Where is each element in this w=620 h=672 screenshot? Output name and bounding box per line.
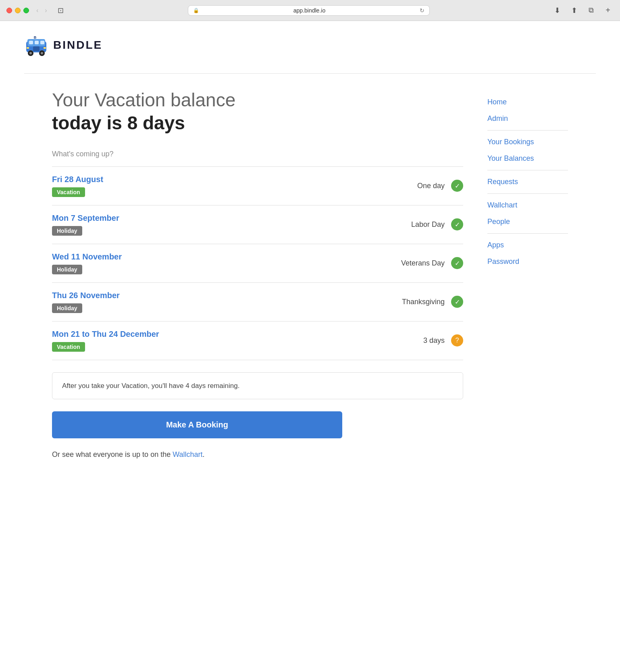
- nav-link-admin[interactable]: Admin: [487, 114, 508, 122]
- event-right: Veterans Day ✓: [401, 257, 463, 269]
- svg-rect-3: [35, 41, 39, 44]
- traffic-lights: [6, 8, 29, 13]
- download-button[interactable]: ⬇: [551, 4, 564, 17]
- nav-link-password[interactable]: Password: [487, 257, 519, 265]
- nav-link-requests[interactable]: Requests: [487, 178, 518, 186]
- logo-area: B BINDLE: [24, 33, 596, 57]
- event-description: Veterans Day: [401, 259, 445, 268]
- footer-note: After you take your Vacation, you'll hav…: [52, 372, 463, 400]
- add-tab-button[interactable]: +: [602, 6, 614, 15]
- event-item: Fri 28 August Vacation One day ✓: [52, 167, 463, 205]
- sidebar-item-wallchart[interactable]: Wallchart: [487, 197, 568, 214]
- sidebar-item-password[interactable]: Password: [487, 253, 568, 270]
- minimize-button[interactable]: [15, 8, 21, 13]
- svg-rect-11: [44, 47, 46, 49]
- balance-is: is: [106, 112, 127, 133]
- event-date: Wed 11 November: [52, 252, 122, 261]
- url-text: app.bindle.io: [202, 7, 416, 14]
- event-left: Mon 21 to Thu 24 December Vacation: [52, 330, 159, 352]
- nav-link-apps[interactable]: Apps: [487, 241, 504, 249]
- main-content: Your Vacation balance today is 8 days Wh…: [52, 90, 463, 459]
- sidebar-item-your-bookings[interactable]: Your Bookings: [487, 134, 568, 150]
- event-item: Mon 21 to Thu 24 December Vacation 3 day…: [52, 321, 463, 360]
- balance-today: today: [52, 112, 102, 133]
- status-check-icon: ✓: [451, 257, 463, 269]
- event-right: One day ✓: [417, 180, 463, 192]
- forward-button[interactable]: ›: [42, 6, 49, 15]
- event-badge-holiday: Holiday: [52, 226, 82, 236]
- event-date: Mon 21 to Thu 24 December: [52, 330, 159, 339]
- nav-divider: [487, 193, 568, 194]
- bindle-logo-icon: B: [24, 33, 48, 57]
- svg-rect-5: [33, 46, 40, 51]
- nav-divider: [487, 130, 568, 131]
- nav-divider: [487, 233, 568, 234]
- event-badge-holiday: Holiday: [52, 265, 82, 274]
- svg-rect-4: [40, 41, 44, 44]
- status-question-icon: ?: [451, 334, 463, 346]
- sidebar-item-requests[interactable]: Requests: [487, 174, 568, 190]
- maximize-button[interactable]: [23, 8, 29, 13]
- sidebar-item-home[interactable]: Home: [487, 94, 568, 110]
- sidebar-item-admin[interactable]: Admin: [487, 110, 568, 127]
- event-right: Labor Day ✓: [411, 218, 463, 230]
- page-container: Your Vacation balance today is 8 days Wh…: [28, 74, 592, 475]
- balance-heading-line1: Your Vacation balance: [52, 89, 235, 110]
- event-date: Mon 7 September: [52, 214, 119, 223]
- event-left: Thu 26 November Holiday: [52, 291, 120, 313]
- close-button[interactable]: [6, 8, 12, 13]
- event-description: One day: [417, 182, 445, 190]
- nav-link-home[interactable]: Home: [487, 98, 507, 106]
- footer-note-text: After you take your Vacation, you'll hav…: [62, 382, 239, 390]
- svg-text:B: B: [34, 35, 37, 39]
- balance-days: 8 days: [127, 112, 185, 133]
- nav-link-your-balances[interactable]: Your Balances: [487, 154, 534, 162]
- nav-divider: [487, 170, 568, 170]
- browser-chrome: ‹ › ⊡ 🔒 app.bindle.io ↻ ⬇ ⬆ ⧉ +: [0, 0, 620, 21]
- sidebar-item-apps[interactable]: Apps: [487, 237, 568, 253]
- sidebar-toggle-button[interactable]: ⊡: [54, 5, 67, 16]
- whats-coming-label: What's coming up?: [52, 150, 463, 158]
- lock-icon: 🔒: [193, 8, 199, 13]
- reload-icon[interactable]: ↻: [420, 7, 424, 14]
- event-list: Fri 28 August Vacation One day ✓ Mon 7 S…: [52, 166, 463, 360]
- event-item: Wed 11 November Holiday Veterans Day ✓: [52, 244, 463, 283]
- event-left: Wed 11 November Holiday: [52, 252, 122, 274]
- event-badge-vacation: Vacation: [52, 342, 85, 352]
- balance-subheading: today is 8 days: [52, 112, 463, 134]
- event-description: 3 days: [423, 336, 445, 345]
- wallchart-link[interactable]: Wallchart: [173, 450, 202, 458]
- sidebar-item-your-balances[interactable]: Your Balances: [487, 150, 568, 167]
- wallchart-suffix: .: [203, 450, 205, 458]
- event-description: Labor Day: [411, 220, 445, 229]
- nav-link-your-bookings[interactable]: Your Bookings: [487, 138, 534, 146]
- nav-link-people[interactable]: People: [487, 218, 510, 226]
- wallchart-prefix: Or see what everyone is up to on the: [52, 450, 173, 458]
- event-date: Fri 28 August: [52, 175, 103, 184]
- status-check-icon: ✓: [451, 218, 463, 230]
- status-check-icon: ✓: [451, 180, 463, 192]
- back-button[interactable]: ‹: [34, 6, 41, 15]
- svg-rect-2: [29, 41, 33, 44]
- svg-point-7: [29, 52, 32, 54]
- event-left: Mon 7 September Holiday: [52, 214, 119, 236]
- balance-heading: Your Vacation balance: [52, 90, 463, 110]
- svg-point-9: [41, 52, 43, 54]
- event-right: 3 days ?: [423, 334, 463, 346]
- share-button[interactable]: ⬆: [568, 4, 580, 17]
- logo-text: BINDLE: [53, 39, 102, 52]
- event-badge-holiday: Holiday: [52, 303, 82, 313]
- event-item: Mon 7 September Holiday Labor Day ✓: [52, 205, 463, 244]
- event-right: Thanksgiving ✓: [402, 296, 463, 308]
- address-bar[interactable]: 🔒 app.bindle.io ↻: [188, 5, 430, 16]
- sidebar-item-people[interactable]: People: [487, 214, 568, 230]
- sidebar-nav: Home Admin Your Bookings Your Balances R…: [487, 90, 568, 459]
- extensions-button[interactable]: ⧉: [585, 4, 597, 17]
- make-booking-button[interactable]: Make A Booking: [52, 411, 342, 438]
- svg-rect-10: [27, 47, 29, 49]
- event-item: Thu 26 November Holiday Thanksgiving ✓: [52, 283, 463, 321]
- nav-link-wallchart[interactable]: Wallchart: [487, 201, 517, 209]
- event-badge-vacation: Vacation: [52, 187, 85, 197]
- event-description: Thanksgiving: [402, 298, 445, 306]
- header-area: B BINDLE: [0, 21, 620, 74]
